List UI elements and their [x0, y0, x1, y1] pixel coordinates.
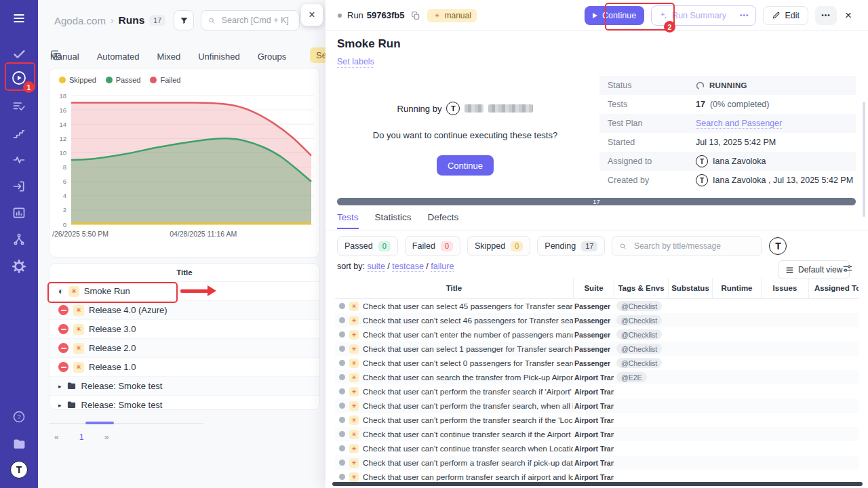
runs-search-input[interactable] — [220, 15, 292, 26]
runs-hscroll-thumb[interactable] — [85, 422, 114, 424]
test-row[interactable]: ✳ Check that user can't continue transfe… — [335, 427, 859, 441]
filter-pending[interactable]: Pending17 — [537, 236, 605, 256]
sort-by-testcase[interactable]: testcase — [392, 262, 424, 272]
select-all-icon[interactable] — [50, 49, 62, 61]
test-row[interactable]: ✳ Check that user can't enter the number… — [335, 327, 859, 342]
more-actions-button[interactable]: ••• — [815, 6, 837, 25]
edit-button[interactable]: Edit — [763, 6, 809, 25]
test-plans-icon[interactable] — [0, 95, 38, 118]
pending-status-icon — [339, 403, 345, 409]
profile-avatar[interactable]: T — [0, 458, 38, 481]
tab-tests[interactable]: Tests — [337, 212, 359, 229]
sort-by-failure[interactable]: failure — [431, 262, 454, 272]
breadcrumb-project[interactable]: Agoda.com — [54, 15, 106, 26]
default-view-button[interactable]: Default view — [778, 260, 850, 279]
panel-close-button[interactable]: × — [301, 4, 323, 26]
flaky-tests-icon[interactable] — [0, 148, 38, 171]
run-title[interactable]: Release 1.0 — [89, 362, 136, 372]
filter-skipped[interactable]: Skipped0 — [467, 236, 530, 256]
assignee-filter-avatar[interactable]: T — [769, 237, 787, 255]
milestones-icon[interactable] — [0, 122, 38, 145]
pending-status-icon — [339, 388, 345, 394]
chevron-right-icon[interactable]: ▸ — [58, 402, 62, 409]
menu-icon[interactable] — [0, 7, 38, 30]
run-summary-more-button[interactable]: ••• — [733, 12, 755, 19]
copy-icon[interactable] — [411, 11, 420, 20]
pending-status-icon — [339, 460, 345, 466]
chevron-right-icon[interactable]: ▸ — [58, 383, 62, 390]
test-title: Check that user can select 1 passenger f… — [363, 344, 573, 354]
col-title: Title — [335, 284, 573, 292]
run-title[interactable]: Release 4.0 (Azure) — [89, 305, 167, 315]
page-current[interactable]: 1 — [79, 432, 84, 442]
run-title[interactable]: Release 3.0 — [89, 324, 136, 334]
test-row[interactable]: ✳ Check that user can't continue transfe… — [335, 441, 859, 455]
run-title[interactable]: Release: Smoke test — [81, 381, 163, 391]
test-cases-icon[interactable] — [0, 42, 38, 65]
set-labels-link[interactable]: Set labels — [337, 57, 374, 68]
page-prev[interactable]: « — [54, 432, 59, 442]
test-suite: Passenger — [573, 359, 614, 367]
test-row[interactable]: ✳ Check that user can't perform the tran… — [335, 384, 859, 399]
close-panel-button[interactable]: × — [844, 9, 853, 22]
settings-icon[interactable] — [0, 255, 38, 278]
test-plan-link[interactable]: Search and Passenger — [696, 119, 782, 129]
running-by-label: Running by — [397, 104, 442, 114]
svg-text:/26/2025 5:50 PM: /26/2025 5:50 PM — [52, 230, 108, 238]
test-title: Check that user can't continue transfer … — [363, 430, 573, 439]
analytics-icon[interactable] — [0, 201, 38, 224]
run-row[interactable]: ◐ ▸ ✳ Release 4.0 (Azure) — [50, 301, 319, 320]
run-row[interactable]: ◐ ▸ ✳ Release: Smoke test — [50, 396, 319, 410]
filter-button[interactable] — [174, 10, 194, 30]
tests-search[interactable] — [612, 236, 762, 256]
tests-search-input[interactable] — [633, 241, 755, 251]
page-next[interactable]: » — [104, 432, 109, 442]
help-icon[interactable]: ? — [0, 405, 38, 428]
test-row[interactable]: ✳ Check that user can't perform a trasfe… — [335, 455, 859, 470]
test-row[interactable]: ✳ Check that user can select 1 passenger… — [335, 342, 859, 356]
test-row[interactable]: ✳ Check that user can't perform the tran… — [335, 413, 859, 427]
test-row[interactable]: ✳ Check that user can select 45 passenge… — [335, 299, 859, 313]
sort-by-suite[interactable]: suite — [367, 262, 384, 272]
redacted-name — [488, 104, 533, 113]
pending-status-icon — [339, 445, 345, 451]
view-settings-icon[interactable] — [842, 263, 853, 274]
run-title[interactable]: Smoke Run — [84, 286, 130, 296]
tab-defects[interactable]: Defects — [428, 212, 459, 228]
test-row[interactable]: ✳ Check that user can't select 0 passeng… — [335, 356, 859, 370]
continue-button[interactable]: Continue — [585, 6, 644, 25]
panel-vscroll-thumb[interactable] — [863, 102, 865, 217]
col-assigned: Assigned To — [808, 278, 859, 298]
failed-status-icon — [58, 362, 68, 372]
table-hscroll-thumb[interactable] — [332, 482, 863, 486]
tab-statistics[interactable]: Statistics — [375, 212, 412, 228]
run-title[interactable]: Release 2.0 — [89, 343, 136, 353]
run-actions: Continue Run Summary ••• Edit ••• × — [585, 5, 853, 25]
runs-filter-tab[interactable]: Mixed — [157, 52, 181, 62]
runs-hscroll-track[interactable] — [49, 423, 203, 424]
runs-filter-tab[interactable]: Automated — [97, 52, 140, 62]
filter-failed[interactable]: Failed0 — [405, 236, 460, 256]
test-row[interactable]: ✳ Check that user can search the transfe… — [335, 370, 859, 384]
runs-filter-tab-selected[interactable]: Se — [310, 47, 326, 63]
run-row[interactable]: ◐ ▸ ✳ Release 3.0 — [50, 320, 319, 339]
test-suite: Airport Transfer — [573, 459, 614, 467]
runs-filter-tab[interactable]: Unfinished — [198, 52, 239, 62]
projects-folder-icon[interactable] — [0, 432, 38, 455]
requirements-icon[interactable] — [0, 175, 38, 198]
run-summary-button[interactable]: Run Summary — [652, 11, 733, 20]
run-row[interactable]: ◐ ▸ ✳ Release: Smoke test — [50, 377, 319, 396]
test-suite: Airport Transfer — [573, 373, 614, 382]
collision-emoji-icon: ✳ — [349, 344, 359, 354]
run-row[interactable]: ◐ ▸ ✳ Release 1.0 — [50, 358, 319, 377]
run-row[interactable]: ◐ ▸ ✳ Release 2.0 — [50, 339, 319, 358]
continue-prompt-button[interactable]: Continue — [437, 155, 494, 176]
traceability-icon[interactable] — [0, 228, 38, 251]
test-row[interactable]: ✳ Check that user can't perform the tran… — [335, 399, 859, 413]
collision-emoji-icon: ✳ — [68, 286, 79, 297]
runs-search[interactable] — [201, 10, 300, 30]
filter-passed[interactable]: Passed0 — [337, 236, 398, 256]
runs-filter-tab[interactable]: Groups — [258, 52, 287, 62]
run-title[interactable]: Release: Smoke test — [81, 400, 163, 410]
test-row[interactable]: ✳ Check that user can't select 46 passen… — [335, 313, 859, 327]
